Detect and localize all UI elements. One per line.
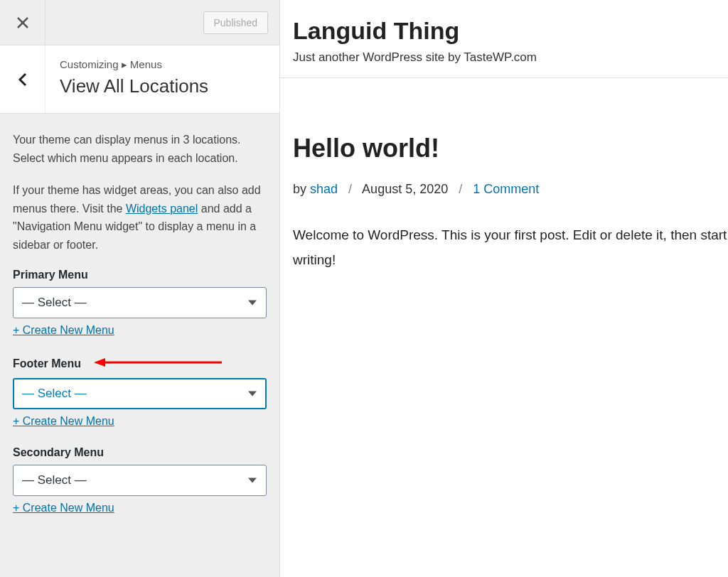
close-icon [16, 16, 29, 29]
separator: / [348, 182, 352, 196]
post-comments-link[interactable]: 1 Comment [473, 182, 539, 196]
site-preview: Languid Thing Just another WordPress sit… [280, 0, 728, 577]
menu-location-secondary: Secondary Menu — Select — + Create New M… [13, 446, 267, 514]
site-tagline: Just another WordPress site by TasteWP.c… [293, 50, 728, 65]
label-text: Secondary Menu [13, 446, 104, 459]
post-author-link[interactable]: shad [310, 182, 338, 196]
arrow-annotation [94, 355, 222, 372]
separator: / [459, 182, 462, 196]
customizer-sidebar: Published Customizing ▸ Menus View All L… [0, 0, 280, 577]
create-new-menu-link[interactable]: + Create New Menu [13, 502, 114, 514]
menu-location-label: Primary Menu [13, 269, 267, 281]
post-content: Welcome to WordPress. This is your first… [293, 222, 728, 272]
post-title[interactable]: Hello world! [293, 134, 728, 163]
menu-location-label: Footer Menu [13, 355, 267, 372]
publish-button[interactable]: Published [203, 11, 269, 34]
panel-body: Your theme can display menus in 3 locati… [0, 114, 279, 577]
description-para2: If your theme has widget areas, you can … [13, 181, 267, 254]
site-header: Languid Thing Just another WordPress sit… [280, 0, 728, 78]
breadcrumb-row: Customizing ▸ Menus View All Locations [0, 45, 279, 114]
site-title[interactable]: Languid Thing [293, 17, 728, 45]
menu-location-label: Secondary Menu [13, 446, 267, 459]
close-button[interactable] [0, 0, 46, 45]
description-para1: Your theme can display menus in 3 locati… [13, 131, 267, 167]
back-button[interactable] [0, 45, 46, 113]
create-new-menu-link[interactable]: + Create New Menu [13, 324, 114, 337]
label-text: Primary Menu [13, 269, 88, 281]
header-row: Published [0, 0, 279, 45]
create-new-menu-link[interactable]: + Create New Menu [13, 415, 114, 428]
breadcrumb: Customizing ▸ Menus View All Locations [46, 45, 279, 113]
secondary-menu-select[interactable]: — Select — [13, 465, 267, 496]
svg-marker-3 [94, 358, 105, 367]
post-date: August 5, 2020 [362, 182, 448, 196]
menu-location-footer: Footer Menu — Select — + Create New Menu [13, 355, 267, 428]
breadcrumb-path: Customizing ▸ Menus [60, 58, 265, 71]
menu-location-primary: Primary Menu — Select — + Create New Men… [13, 269, 267, 337]
page-title: View All Locations [60, 75, 265, 97]
post-meta: by shad / August 5, 2020 / 1 Comment [293, 182, 728, 197]
label-text: Footer Menu [13, 357, 81, 370]
chevron-left-icon [17, 72, 28, 87]
post: Hello world! by shad / August 5, 2020 / … [280, 78, 728, 272]
post-by-label: by [293, 182, 310, 196]
widgets-panel-link[interactable]: Widgets panel [126, 203, 198, 215]
primary-menu-select[interactable]: — Select — [13, 287, 267, 318]
footer-menu-select[interactable]: — Select — [13, 378, 267, 409]
